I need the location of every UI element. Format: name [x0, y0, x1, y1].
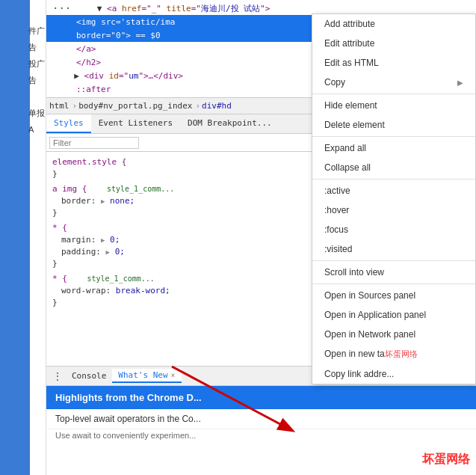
whats-new-header: Highlights from the Chrome D... — [46, 386, 476, 409]
css-prop-wordwrap: word-wrap: — [61, 286, 111, 295]
blue-sidebar — [0, 0, 30, 475]
focus-label: :focus — [324, 224, 348, 235]
css-prop-border: border: — [61, 196, 96, 206]
breadcrumb-div[interactable]: div#hd — [202, 101, 232, 111]
context-menu-expand-all[interactable]: Expand all — [312, 138, 475, 158]
open-application-label: Open in Application panel — [324, 310, 426, 320]
copy-submenu-arrow: ▶ — [457, 79, 463, 87]
visited-label: :visited — [324, 244, 352, 254]
css-value-border: none; — [110, 196, 135, 206]
tag-border: border="0"> == $0 — [76, 31, 161, 40]
css-triangle-padding[interactable]: ▶ — [106, 248, 110, 256]
context-menu-add-attribute[interactable]: Add attribute — [312, 14, 475, 34]
open-network-label: Open in Network panel — [324, 329, 415, 340]
context-menu-divider-2 — [312, 136, 475, 137]
tag-content: ▼ <a href="_" title="海迪川/投 试站"> — [77, 3, 270, 14]
tag-close-a: </a> — [76, 44, 96, 54]
filter-input[interactable] — [49, 137, 139, 149]
context-menu-divider-3 — [312, 179, 475, 180]
expand-all-label: Expand all — [324, 143, 366, 153]
whats-new-panel: Highlights from the Chrome D... Top-leve… — [46, 385, 476, 475]
tab-dom-breakpoints[interactable]: DOM Breakpoint... — [180, 114, 279, 133]
whats-new-item-1[interactable]: Top-level await operators in the Co... — [46, 409, 476, 429]
scroll-into-view-label: Scroll into view — [324, 267, 384, 278]
css-brace-close3: } — [52, 259, 58, 269]
css-prop-margin: margin: — [61, 235, 96, 245]
context-menu-hide-element[interactable]: Hide element — [312, 96, 475, 115]
context-menu-open-sources[interactable]: Open in Sources panel — [312, 286, 475, 305]
css-value-margin: 0; — [110, 235, 120, 245]
context-menu: Add attribute Edit attribute Edit as HTM… — [312, 13, 476, 384]
whats-new-close-icon[interactable]: × — [171, 371, 176, 379]
tab-console[interactable]: Console — [66, 370, 112, 382]
hide-element-label: Hide element — [324, 100, 377, 111]
context-menu-copy-link[interactable]: Copy link addre... — [312, 364, 475, 384]
edit-attribute-label: Edit attribute — [324, 38, 374, 49]
css-comment-star2: style_1_comm... — [87, 275, 155, 283]
page-labels: 件广告 投广告 单报 A — [28, 22, 46, 138]
css-prop-padding: padding: — [61, 247, 101, 257]
context-menu-focus[interactable]: :focus — [312, 220, 475, 239]
context-menu-hover[interactable]: :hover — [312, 200, 475, 220]
add-attribute-label: Add attribute — [324, 19, 375, 29]
css-brace-close4: } — [52, 298, 58, 307]
css-comment-a-img: style_1_comm... — [107, 185, 174, 193]
copy-label: Copy — [324, 77, 345, 88]
css-brace-close: } — [52, 169, 58, 179]
css-selector-star2: * { — [52, 274, 67, 284]
css-selector-a-img: a img { — [52, 184, 87, 194]
tag-close-h2: </h2> — [76, 58, 101, 67]
context-menu-scroll-into-view[interactable]: Scroll into view — [312, 263, 475, 282]
context-menu-collapse-all[interactable]: Collapse all — [312, 158, 475, 177]
console-tab-label: Console — [72, 371, 106, 381]
delete-element-label: Delete element — [324, 120, 385, 130]
context-menu-delete-element[interactable]: Delete element — [312, 115, 475, 135]
context-menu-active[interactable]: :active — [312, 181, 475, 200]
context-menu-copy[interactable]: Copy ▶ — [312, 73, 475, 92]
context-menu-open-network[interactable]: Open in Network panel — [312, 325, 475, 344]
tag-img: <img src='static/ima — [76, 17, 175, 27]
tab-whats-new[interactable]: What's New × — [112, 369, 181, 383]
active-label: :active — [324, 186, 350, 196]
page-sidebar: 件广告 投广告 单报 A — [0, 0, 46, 475]
css-selector-star1: * { — [52, 223, 67, 233]
context-menu-visited[interactable]: :visited — [312, 239, 475, 259]
context-menu-divider-1 — [312, 94, 475, 94]
css-brace-close2: } — [52, 208, 58, 218]
collapse-all-label: Collapse all — [324, 162, 371, 173]
context-menu-open-application[interactable]: Open in Application panel — [312, 305, 475, 325]
hover-label: :hover — [324, 205, 349, 215]
whats-new-item-2: Use await to conveniently experimen... — [46, 429, 476, 441]
tag-div: ▶ <div id="um">…</div> — [64, 71, 183, 81]
devtools-panel: 件广告 投广告 单报 A ··· ▼ <a href="_" title="海迪… — [0, 0, 476, 475]
breadcrumb-body[interactable]: body#nv_portal.pg_index — [78, 101, 192, 111]
breadcrumb-html[interactable]: html — [49, 101, 69, 111]
css-value-padding: 0; — [115, 247, 125, 257]
css-selector: element.style { — [52, 157, 126, 167]
context-menu-edit-attribute[interactable]: Edit attribute — [312, 34, 475, 53]
tab-styles[interactable]: Styles — [46, 114, 91, 133]
open-new-tab-label: Open in new ta坏蛋网络 — [324, 349, 418, 360]
whats-new-tab-label: What's New — [118, 370, 167, 380]
tab-event-listeners[interactable]: Event Listeners — [91, 114, 180, 133]
css-value-wordwrap: break-word; — [116, 286, 170, 295]
css-triangle-margin[interactable]: ▶ — [101, 236, 105, 244]
console-dots-icon[interactable]: ⋮ — [49, 370, 66, 382]
context-menu-divider-4 — [312, 260, 475, 261]
pseudo-after: ::after — [76, 85, 111, 94]
context-menu-edit-html[interactable]: Edit as HTML — [312, 53, 475, 73]
context-menu-open-new-tab[interactable]: Open in new ta坏蛋网络 — [312, 344, 475, 364]
copy-link-label: Copy link addre... — [324, 369, 394, 379]
context-menu-divider-5 — [312, 284, 475, 284]
edit-html-label: Edit as HTML — [324, 58, 379, 68]
three-dots[interactable]: ··· — [49, 1, 74, 16]
css-triangle-border[interactable]: ▶ — [101, 197, 105, 205]
open-sources-label: Open in Sources panel — [324, 290, 415, 301]
